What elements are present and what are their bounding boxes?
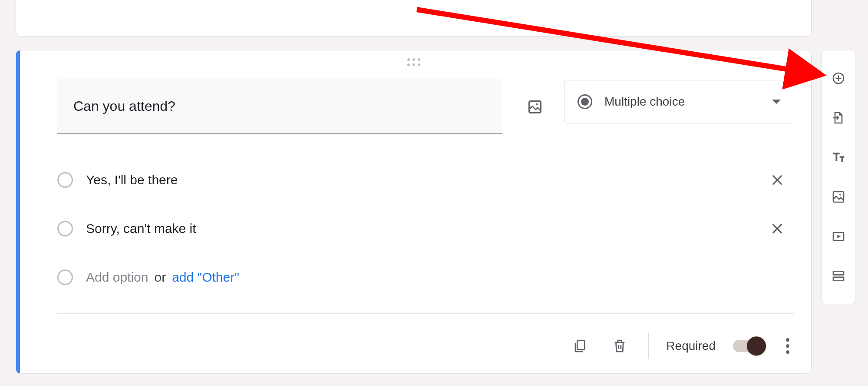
- add-option-row: Add option or add "Other": [57, 264, 795, 290]
- toggle-thumb: [747, 336, 766, 356]
- add-image-to-question-button[interactable]: [522, 94, 548, 120]
- image-icon: [527, 99, 543, 115]
- svg-point-1: [536, 103, 538, 106]
- question-type-dropdown[interactable]: Multiple choice: [564, 80, 794, 123]
- drag-handle-icon[interactable]: [407, 58, 420, 66]
- card-footer: Required: [57, 329, 794, 363]
- image-icon: [832, 190, 845, 204]
- add-section-button[interactable]: [828, 266, 849, 286]
- svg-rect-8: [833, 277, 844, 281]
- radio-outline-icon: [57, 221, 73, 236]
- question-card: Multiple choice Yes, I'll be there Sorry…: [16, 50, 812, 374]
- close-icon: [770, 173, 784, 187]
- copy-icon: [572, 339, 587, 353]
- footer-separator: [648, 333, 649, 359]
- import-icon: [832, 111, 845, 125]
- floating-toolbar: [822, 50, 855, 304]
- delete-button[interactable]: [608, 335, 631, 357]
- active-card-accent: [16, 50, 20, 373]
- trash-icon: [612, 339, 627, 353]
- plus-circle-icon: [832, 71, 845, 85]
- dot-icon: [786, 344, 789, 348]
- radio-outline-icon: [57, 172, 73, 188]
- option-row: Sorry, can't make it: [57, 216, 795, 242]
- section-icon: [832, 269, 845, 283]
- footer-divider: [57, 313, 794, 314]
- svg-rect-7: [833, 272, 844, 275]
- question-title-input[interactable]: [73, 98, 502, 115]
- option-text[interactable]: Yes, I'll be there: [86, 173, 755, 187]
- question-type-label: Multiple choice: [604, 95, 760, 109]
- required-toggle[interactable]: [733, 340, 764, 352]
- more-options-button[interactable]: [782, 334, 794, 358]
- previous-card: [16, 0, 812, 37]
- option-row: Yes, I'll be there: [57, 167, 795, 193]
- add-image-button[interactable]: [828, 186, 849, 207]
- add-other-button[interactable]: add "Other": [172, 270, 239, 285]
- chevron-down-icon: [772, 100, 781, 104]
- radio-outline-icon: [57, 270, 73, 285]
- close-icon: [770, 222, 784, 236]
- add-option-placeholder[interactable]: Add option: [86, 270, 148, 285]
- radio-icon: [578, 94, 592, 109]
- svg-rect-2: [578, 340, 585, 349]
- remove-option-button[interactable]: [768, 219, 787, 238]
- text-icon: [832, 150, 845, 164]
- add-option-or-text: or: [154, 270, 166, 285]
- dot-icon: [786, 338, 789, 342]
- option-text[interactable]: Sorry, can't make it: [86, 221, 755, 236]
- add-title-button[interactable]: [828, 147, 849, 168]
- remove-option-button[interactable]: [768, 170, 787, 190]
- add-question-button[interactable]: [828, 68, 849, 89]
- dot-icon: [786, 350, 789, 354]
- duplicate-button[interactable]: [568, 335, 591, 357]
- import-questions-button[interactable]: [828, 107, 849, 128]
- svg-point-5: [839, 194, 841, 196]
- question-title-field[interactable]: [57, 79, 502, 134]
- add-video-button[interactable]: [828, 226, 849, 247]
- required-label: Required: [666, 339, 716, 353]
- video-icon: [832, 230, 845, 243]
